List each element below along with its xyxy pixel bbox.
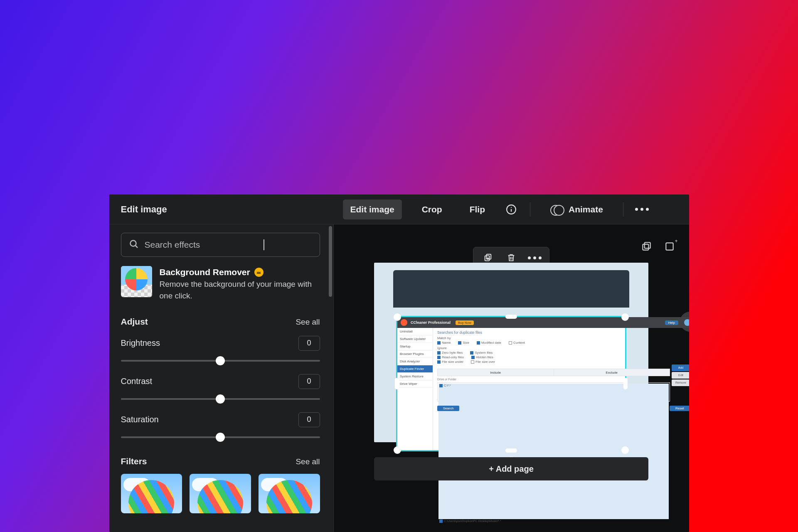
search-placeholder: Search effects: [145, 240, 200, 250]
animate-icon: [550, 203, 563, 216]
filter-thumb[interactable]: [121, 474, 182, 513]
info-icon[interactable]: [505, 203, 517, 216]
inner-help-button: Help: [665, 320, 678, 325]
svg-rect-6: [644, 242, 650, 248]
add-page-icon[interactable]: +: [663, 239, 677, 254]
inner-heading: Searches for duplicate files: [437, 330, 689, 335]
toolbar-separator: [530, 202, 530, 217]
saturation-slider[interactable]: [121, 433, 320, 441]
crop-button[interactable]: Crop: [414, 200, 450, 219]
svg-point-3: [130, 240, 136, 246]
adjust-see-all[interactable]: See all: [296, 318, 320, 327]
duplicate-page-icon[interactable]: [639, 239, 653, 254]
resize-handle[interactable]: [505, 315, 517, 319]
saturation-row: Saturation 0: [121, 412, 320, 441]
stock-photo-monitor: [393, 270, 629, 308]
filter-thumb[interactable]: [259, 474, 320, 513]
resize-handle[interactable]: [395, 378, 399, 389]
canvas-page[interactable]: CCleaner Professional Buy Now Help Unins…: [374, 263, 648, 442]
resize-handle[interactable]: [621, 313, 629, 321]
brightness-row: Brightness 0: [121, 336, 320, 365]
search-icon: [129, 239, 139, 251]
sidebar-title: Edit image: [109, 195, 334, 224]
svg-rect-5: [643, 244, 648, 250]
effects-panel: Search effects Background Remover: [109, 224, 334, 532]
canvas-area[interactable]: +: [334, 224, 689, 532]
app-window: Edit image Edit image Crop Flip Animate: [109, 195, 689, 532]
adjust-heading: Adjust: [121, 317, 148, 327]
inner-buy-button: Buy Now: [456, 320, 474, 325]
text-cursor: [264, 239, 264, 250]
premium-crown-icon: [254, 268, 264, 277]
saturation-value[interactable]: 0: [298, 412, 320, 427]
embedded-screenshot: CCleaner Professional Buy Now Help Unins…: [397, 317, 625, 450]
toolbar-separator: [623, 202, 623, 217]
panel-scrollbar[interactable]: [328, 226, 333, 530]
background-remover-title: Background Remover: [160, 266, 250, 278]
contrast-value[interactable]: 0: [298, 374, 320, 389]
contrast-slider[interactable]: [121, 395, 320, 403]
contrast-label: Contrast: [121, 377, 153, 386]
top-toolbar: Edit image Crop Flip Animate: [334, 195, 689, 224]
svg-rect-7: [666, 243, 673, 250]
resize-handle[interactable]: [394, 313, 401, 321]
background-remover-thumb: [121, 266, 152, 297]
edit-image-button[interactable]: Edit image: [343, 200, 402, 219]
inner-app-title: CCleaner Professional: [411, 320, 451, 325]
filter-thumb[interactable]: [190, 474, 251, 513]
resize-handle[interactable]: [623, 378, 628, 389]
sidebar-title-text: Edit image: [121, 204, 167, 215]
search-input[interactable]: Search effects: [121, 233, 320, 257]
svg-line-4: [135, 246, 138, 248]
resize-handle[interactable]: [394, 446, 401, 454]
more-icon[interactable]: [636, 203, 648, 216]
contrast-row: Contrast 0: [121, 374, 320, 403]
svg-point-2: [511, 207, 512, 208]
brightness-label: Brightness: [121, 338, 160, 348]
filters-heading: Filters: [121, 456, 147, 466]
resize-handle[interactable]: [621, 446, 629, 454]
brightness-value[interactable]: 0: [298, 336, 320, 351]
filters-row: [121, 474, 320, 513]
flip-button[interactable]: Flip: [462, 200, 493, 219]
add-page-button[interactable]: + Add page: [374, 457, 648, 480]
selected-image[interactable]: CCleaner Professional Buy Now Help Unins…: [396, 316, 626, 451]
background-remover-desc: Remove the background of your image with…: [160, 278, 320, 301]
background-remover-item[interactable]: Background Remover Remove the background…: [121, 266, 320, 302]
filters-see-all[interactable]: See all: [296, 457, 320, 466]
animate-button[interactable]: Animate: [543, 200, 611, 219]
resize-handle[interactable]: [505, 448, 517, 453]
brightness-slider[interactable]: [121, 357, 320, 365]
saturation-label: Saturation: [121, 415, 159, 424]
